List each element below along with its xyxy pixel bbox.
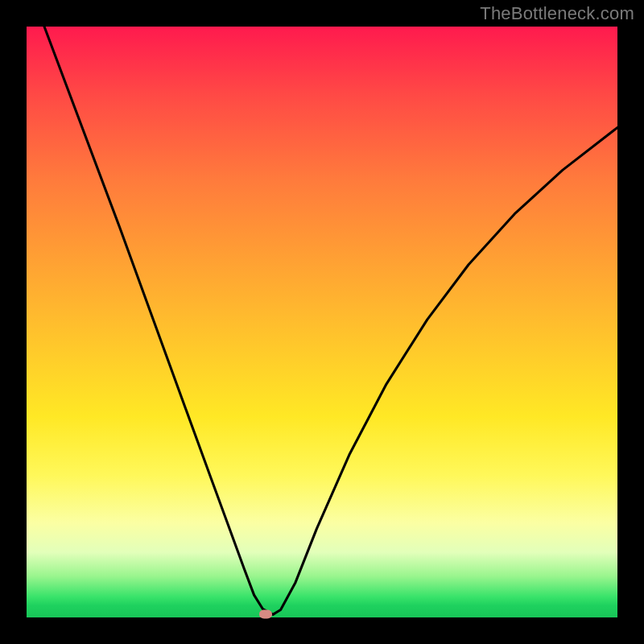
curve-svg	[27, 27, 617, 617]
optimal-marker	[259, 610, 272, 619]
bottleneck-curve-path	[44, 27, 617, 614]
watermark-text: TheBottleneck.com	[480, 3, 634, 24]
plot-area	[27, 27, 617, 617]
chart-frame: TheBottleneck.com	[0, 0, 644, 644]
